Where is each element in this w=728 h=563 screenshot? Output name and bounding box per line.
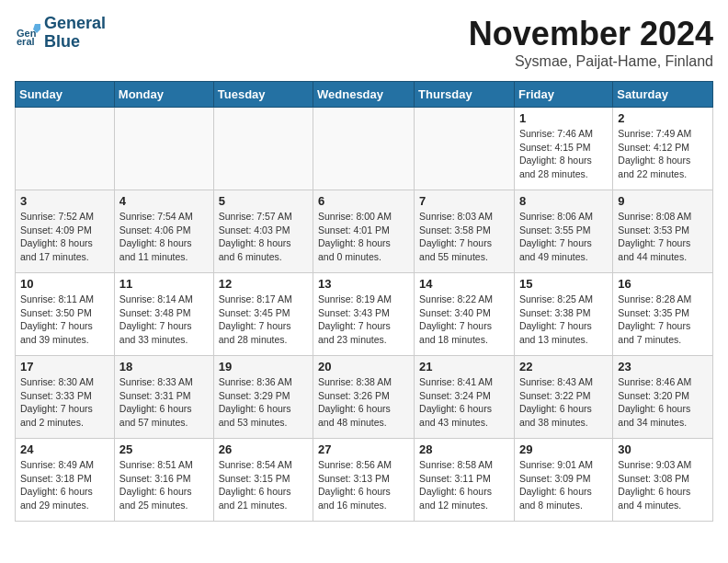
day-info: Sunrise: 8:43 AM Sunset: 3:22 PM Dayligh… <box>519 375 608 430</box>
day-info: Sunrise: 9:01 AM Sunset: 3:09 PM Dayligh… <box>519 458 608 512</box>
day-cell: 23Sunrise: 8:46 AM Sunset: 3:20 PM Dayli… <box>613 356 713 439</box>
day-info: Sunrise: 8:28 AM Sunset: 3:35 PM Dayligh… <box>618 293 708 347</box>
day-info: Sunrise: 7:52 AM Sunset: 4:09 PM Dayligh… <box>20 210 109 264</box>
header-cell-tuesday: Tuesday <box>213 82 313 108</box>
day-info: Sunrise: 8:36 AM Sunset: 3:29 PM Dayligh… <box>219 375 308 430</box>
day-number: 22 <box>519 360 608 373</box>
day-info: Sunrise: 8:41 AM Sunset: 3:24 PM Dayligh… <box>419 375 509 430</box>
day-cell <box>213 108 313 190</box>
day-cell: 15Sunrise: 8:25 AM Sunset: 3:38 PM Dayli… <box>514 273 612 356</box>
day-info: Sunrise: 8:17 AM Sunset: 3:45 PM Dayligh… <box>219 293 308 347</box>
day-info: Sunrise: 8:56 AM Sunset: 3:13 PM Dayligh… <box>318 458 409 512</box>
day-number: 15 <box>519 277 608 291</box>
day-number: 18 <box>119 360 209 373</box>
day-cell: 8Sunrise: 8:06 AM Sunset: 3:55 PM Daylig… <box>514 190 612 273</box>
day-cell: 29Sunrise: 9:01 AM Sunset: 3:09 PM Dayli… <box>514 439 612 522</box>
day-info: Sunrise: 8:58 AM Sunset: 3:11 PM Dayligh… <box>419 458 509 512</box>
day-number: 9 <box>618 194 708 208</box>
day-number: 7 <box>419 194 509 208</box>
day-cell: 25Sunrise: 8:51 AM Sunset: 3:16 PM Dayli… <box>114 439 213 522</box>
day-info: Sunrise: 8:54 AM Sunset: 3:15 PM Dayligh… <box>219 458 308 512</box>
day-cell: 13Sunrise: 8:19 AM Sunset: 3:43 PM Dayli… <box>313 273 415 356</box>
day-number: 1 <box>519 111 608 125</box>
day-info: Sunrise: 8:11 AM Sunset: 3:50 PM Dayligh… <box>20 293 109 347</box>
header-cell-thursday: Thursday <box>415 82 515 108</box>
day-info: Sunrise: 8:25 AM Sunset: 3:38 PM Dayligh… <box>519 293 608 347</box>
day-cell: 18Sunrise: 8:33 AM Sunset: 3:31 PM Dayli… <box>114 356 213 439</box>
day-number: 10 <box>20 277 109 291</box>
day-number: 2 <box>618 111 708 125</box>
day-number: 17 <box>20 360 109 373</box>
week-row-4: 24Sunrise: 8:49 AM Sunset: 3:18 PM Dayli… <box>16 439 713 522</box>
day-cell: 9Sunrise: 8:08 AM Sunset: 3:53 PM Daylig… <box>613 190 713 273</box>
day-number: 28 <box>419 442 509 456</box>
logo-icon: Gen eral <box>15 20 40 46</box>
day-info: Sunrise: 8:33 AM Sunset: 3:31 PM Dayligh… <box>119 375 209 430</box>
day-cell: 10Sunrise: 8:11 AM Sunset: 3:50 PM Dayli… <box>16 273 115 356</box>
svg-text:eral: eral <box>17 36 35 46</box>
header-cell-monday: Monday <box>114 82 213 108</box>
day-cell <box>16 108 115 190</box>
day-number: 4 <box>119 194 209 208</box>
calendar-header: SundayMondayTuesdayWednesdayThursdayFrid… <box>16 82 713 108</box>
header-cell-wednesday: Wednesday <box>313 82 415 108</box>
header-cell-friday: Friday <box>514 82 612 108</box>
day-info: Sunrise: 7:49 AM Sunset: 4:12 PM Dayligh… <box>618 127 708 181</box>
day-info: Sunrise: 8:30 AM Sunset: 3:33 PM Dayligh… <box>20 375 109 430</box>
calendar-body: 1Sunrise: 7:46 AM Sunset: 4:15 PM Daylig… <box>16 108 713 522</box>
week-row-2: 10Sunrise: 8:11 AM Sunset: 3:50 PM Dayli… <box>16 273 713 356</box>
week-row-1: 3Sunrise: 7:52 AM Sunset: 4:09 PM Daylig… <box>16 190 713 273</box>
day-number: 26 <box>219 442 308 456</box>
day-cell: 14Sunrise: 8:22 AM Sunset: 3:40 PM Dayli… <box>415 273 515 356</box>
day-info: Sunrise: 8:14 AM Sunset: 3:48 PM Dayligh… <box>119 293 209 347</box>
day-number: 19 <box>219 360 308 373</box>
day-info: Sunrise: 8:49 AM Sunset: 3:18 PM Dayligh… <box>20 458 109 512</box>
day-info: Sunrise: 7:54 AM Sunset: 4:06 PM Dayligh… <box>119 210 209 264</box>
day-number: 6 <box>318 194 409 208</box>
day-cell: 22Sunrise: 8:43 AM Sunset: 3:22 PM Dayli… <box>514 356 612 439</box>
logo: Gen eral General Blue <box>15 15 106 52</box>
day-cell: 7Sunrise: 8:03 AM Sunset: 3:58 PM Daylig… <box>415 190 515 273</box>
subtitle: Sysmae, Paijat-Hame, Finland <box>469 53 713 70</box>
logo-text: General Blue <box>44 15 106 52</box>
day-cell: 11Sunrise: 8:14 AM Sunset: 3:48 PM Dayli… <box>114 273 213 356</box>
day-number: 5 <box>219 194 308 208</box>
day-number: 24 <box>20 442 109 456</box>
day-cell: 5Sunrise: 7:57 AM Sunset: 4:03 PM Daylig… <box>213 190 313 273</box>
day-info: Sunrise: 8:46 AM Sunset: 3:20 PM Dayligh… <box>618 375 708 430</box>
day-cell: 17Sunrise: 8:30 AM Sunset: 3:33 PM Dayli… <box>16 356 115 439</box>
day-info: Sunrise: 7:46 AM Sunset: 4:15 PM Dayligh… <box>519 127 608 181</box>
day-cell: 4Sunrise: 7:54 AM Sunset: 4:06 PM Daylig… <box>114 190 213 273</box>
day-info: Sunrise: 8:22 AM Sunset: 3:40 PM Dayligh… <box>419 293 509 347</box>
day-cell: 21Sunrise: 8:41 AM Sunset: 3:24 PM Dayli… <box>415 356 515 439</box>
day-number: 14 <box>419 277 509 291</box>
day-info: Sunrise: 8:06 AM Sunset: 3:55 PM Dayligh… <box>519 210 608 264</box>
day-cell: 27Sunrise: 8:56 AM Sunset: 3:13 PM Dayli… <box>313 439 415 522</box>
day-number: 21 <box>419 360 509 373</box>
month-title: November 2024 <box>469 15 713 53</box>
title-area: November 2024 Sysmae, Paijat-Hame, Finla… <box>469 15 713 70</box>
header-cell-sunday: Sunday <box>16 82 115 108</box>
day-info: Sunrise: 8:03 AM Sunset: 3:58 PM Dayligh… <box>419 210 509 264</box>
day-number: 20 <box>318 360 409 373</box>
day-cell: 12Sunrise: 8:17 AM Sunset: 3:45 PM Dayli… <box>213 273 313 356</box>
week-row-3: 17Sunrise: 8:30 AM Sunset: 3:33 PM Dayli… <box>16 356 713 439</box>
day-info: Sunrise: 8:51 AM Sunset: 3:16 PM Dayligh… <box>119 458 209 512</box>
day-number: 3 <box>20 194 109 208</box>
day-info: Sunrise: 8:00 AM Sunset: 4:01 PM Dayligh… <box>318 210 409 264</box>
day-cell <box>114 108 213 190</box>
day-cell <box>415 108 515 190</box>
day-number: 12 <box>219 277 308 291</box>
day-cell: 3Sunrise: 7:52 AM Sunset: 4:09 PM Daylig… <box>16 190 115 273</box>
day-number: 29 <box>519 442 608 456</box>
day-cell: 20Sunrise: 8:38 AM Sunset: 3:26 PM Dayli… <box>313 356 415 439</box>
day-number: 16 <box>618 277 708 291</box>
day-number: 30 <box>618 442 708 456</box>
day-cell: 2Sunrise: 7:49 AM Sunset: 4:12 PM Daylig… <box>613 108 713 190</box>
day-cell: 16Sunrise: 8:28 AM Sunset: 3:35 PM Dayli… <box>613 273 713 356</box>
day-number: 11 <box>119 277 209 291</box>
day-info: Sunrise: 7:57 AM Sunset: 4:03 PM Dayligh… <box>219 210 308 264</box>
calendar-table: SundayMondayTuesdayWednesdayThursdayFrid… <box>15 81 713 522</box>
header: Gen eral General Blue November 2024 Sysm… <box>15 15 713 70</box>
day-cell: 30Sunrise: 9:03 AM Sunset: 3:08 PM Dayli… <box>613 439 713 522</box>
